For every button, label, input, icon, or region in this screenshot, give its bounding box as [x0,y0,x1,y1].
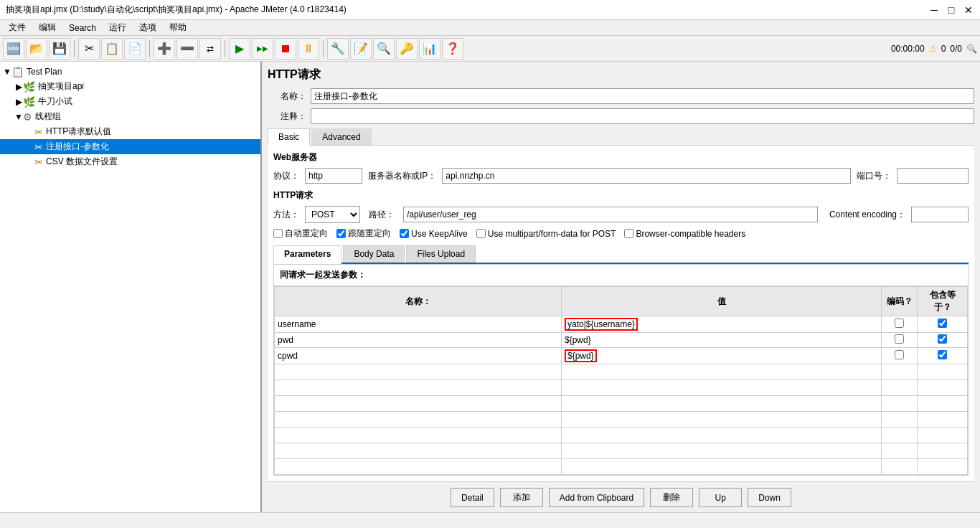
follow-redirect-input[interactable] [336,229,346,238]
copy-button[interactable]: 📋 [101,38,123,60]
keepalive-checkbox[interactable]: Use KeepAlive [400,229,468,239]
table-row: cpwd ${pwd} [275,348,968,364]
menu-file[interactable]: 文件 [3,20,32,35]
search-button[interactable]: 🔍 [373,38,395,60]
comment-row: 注释： [268,108,974,124]
tab-body-data[interactable]: Body Data [343,245,405,263]
label-test-plan: Test Plan [27,67,62,77]
tree-item-csv[interactable]: ▶ ✂ CSV 数据文件设置 [0,154,260,169]
new-button[interactable]: 🆕 [3,38,24,60]
tree-item-niudao[interactable]: ▶ 🌿 牛刀小试 [0,94,260,109]
tab-basic[interactable]: Basic [268,128,310,146]
menu-options[interactable]: 选项 [133,20,162,35]
param-include-1[interactable] [918,316,968,333]
delete-button[interactable]: 删除 [650,488,693,507]
detail-button[interactable]: Detail [451,488,494,507]
tree-item-thread-group[interactable]: ▼ ⚙ 线程组 [0,109,260,124]
tab-parameters[interactable]: Parameters [273,245,341,264]
expander-thread-group[interactable]: ▼ [14,112,23,122]
param-name-3[interactable]: cpwd [275,348,562,364]
counter-display: 0/0 [950,44,962,54]
tree-item-test-plan[interactable]: ▼ 📋 Test Plan [0,65,260,79]
remote-start-button[interactable]: 🔑 [396,38,418,60]
protocol-input[interactable] [305,168,362,184]
keepalive-input[interactable] [400,229,409,238]
server-input[interactable] [442,168,851,184]
param-value-2[interactable]: ${pwd} [562,333,882,348]
param-name-2[interactable]: pwd [275,333,562,348]
method-label: 方法： [273,209,299,221]
multipart-input[interactable] [476,229,486,238]
browser-compat-checkbox[interactable]: Browser-compatible headers [624,229,745,239]
panel-title: HTTP请求 [268,67,974,82]
clear-button[interactable]: 🔧 [327,38,349,60]
path-input[interactable] [403,207,818,222]
param-include-3[interactable] [918,348,968,364]
multipart-checkbox[interactable]: Use multipart/form-data for POST [476,229,616,239]
add-button[interactable]: 添加 [500,488,543,507]
params-title: 同请求一起发送参数： [274,265,968,286]
tree-item-register[interactable]: ▶ ✂ 注册接口-参数化 [0,139,260,154]
toolbar-separator-4 [323,40,324,57]
param-name-1[interactable]: username [275,316,562,333]
label-niudao: 牛刀小试 [38,95,72,108]
expander-choujiang[interactable]: ▶ [14,82,23,92]
start-no-pause-button[interactable]: ▶▶ [252,38,273,60]
report-button[interactable]: 📊 [419,38,440,60]
method-select[interactable]: POST GET PUT DELETE [305,206,360,223]
help-button[interactable]: ❓ [442,38,463,60]
reset-button[interactable]: ⇄ [199,38,221,60]
table-row: username yato|${username} [275,316,968,333]
expander-test-plan[interactable]: ▼ [3,67,11,77]
clear-all-button[interactable]: 📝 [350,38,372,60]
shutdown-button[interactable]: ⏸ [298,38,319,60]
expander-niudao[interactable]: ▶ [14,97,23,107]
icon-choujiang: 🌿 [23,81,35,93]
param-include-2[interactable] [918,333,968,348]
content-encoding-input[interactable] [911,207,969,222]
zoom-icon[interactable]: 🔍 [966,44,977,54]
close-button[interactable]: ✕ [963,4,974,16]
auto-redirect-checkbox[interactable]: 自动重定向 [273,227,328,240]
paste-button[interactable]: 📄 [124,38,146,60]
title-bar: 抽奖项目api.jmx (D:\study\自动化\script\抽奖项目api… [0,0,980,20]
tab-files-upload[interactable]: Files Upload [406,245,476,263]
col-header-name: 名称： [275,287,562,316]
add-from-clipboard-button[interactable]: Add from Clipboard [549,488,644,507]
menu-edit[interactable]: 编辑 [33,20,62,35]
menu-help[interactable]: 帮助 [164,20,192,35]
param-value-3[interactable]: ${pwd} [562,348,882,364]
cut-button[interactable]: ✂ [78,38,100,60]
tree-item-choujiang[interactable]: ▶ 🌿 抽奖项目api [0,79,260,94]
menu-search[interactable]: Search [63,22,102,34]
name-input[interactable] [311,88,974,104]
name-row: 名称： [268,88,974,104]
param-encode-1[interactable] [882,316,918,333]
auto-redirect-input[interactable] [273,229,283,238]
comment-input[interactable] [311,108,974,124]
menu-run[interactable]: 运行 [103,20,132,35]
tab-content-basic: Web服务器 协议： 服务器名称或IP： 端口号： HTTP请求 方法： POS… [268,146,974,481]
save-button[interactable]: 💾 [49,38,70,60]
table-row-empty [275,380,968,396]
comment-label: 注释： [268,110,311,123]
start-button[interactable]: ▶ [229,38,250,60]
expand-button[interactable]: ➕ [154,38,175,60]
table-row-empty [275,396,968,412]
tree-item-http-default[interactable]: ▶ ✂ HTTP请求默认值 [0,124,260,139]
param-encode-3[interactable] [882,348,918,364]
browser-compat-input[interactable] [624,229,633,238]
minimize-button[interactable]: ─ [928,4,940,16]
collapse-button[interactable]: ➖ [176,38,198,60]
open-button[interactable]: 📂 [26,38,47,60]
follow-redirect-checkbox[interactable]: 跟随重定向 [336,227,391,240]
down-button[interactable]: Down [748,488,791,507]
up-button[interactable]: Up [699,488,742,507]
tab-advanced[interactable]: Advanced [311,128,371,145]
stop-button[interactable]: ⏹ [275,38,296,60]
param-encode-2[interactable] [882,333,918,348]
icon-csv: ✂ [34,156,43,168]
param-value-1[interactable]: yato|${username} [562,316,882,333]
maximize-button[interactable]: □ [946,4,957,16]
port-input[interactable] [897,168,969,184]
